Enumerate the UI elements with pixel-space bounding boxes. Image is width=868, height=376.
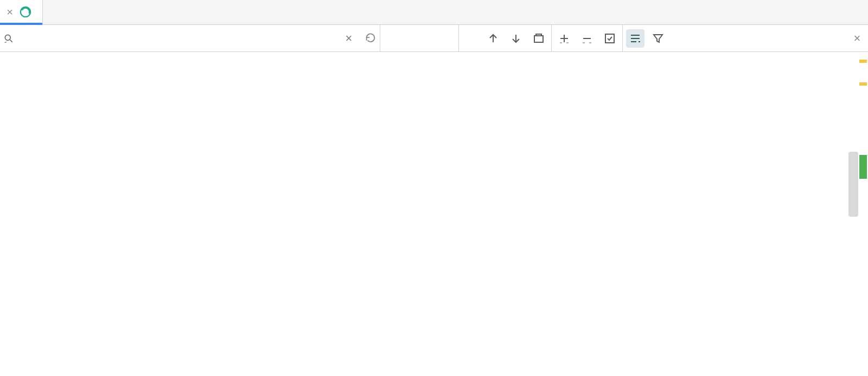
match-options	[380, 25, 458, 51]
selection-margin	[60, 52, 132, 376]
prev-match-icon[interactable]	[484, 29, 502, 48]
java-class-icon	[20, 6, 31, 18]
close-findbar-icon[interactable]: ×	[846, 25, 868, 51]
in-selection-icon[interactable]	[626, 29, 644, 48]
select-all-occurrences-icon[interactable]	[529, 29, 548, 48]
match-case-toggle[interactable]	[384, 28, 407, 49]
whole-word-toggle[interactable]	[407, 28, 431, 49]
filter-icon[interactable]	[649, 29, 667, 48]
extra-buttons	[552, 25, 622, 51]
line-number-gutter	[0, 52, 60, 376]
editor-tab[interactable]: ×	[0, 0, 43, 24]
results-count	[459, 25, 481, 51]
search-history-icon[interactable]	[361, 25, 380, 52]
svg-rect-4	[536, 34, 541, 36]
regex-toggle[interactable]	[431, 28, 455, 49]
vertical-scrollbar[interactable]	[848, 152, 858, 217]
active-tab-indicator	[0, 23, 42, 25]
search-icon[interactable]	[2, 33, 15, 44]
error-stripe[interactable]	[858, 52, 868, 376]
find-bar: × ×	[0, 25, 868, 52]
code-area[interactable]	[132, 52, 868, 376]
filter-buttons	[623, 25, 671, 51]
svg-rect-3	[534, 36, 543, 42]
find-input[interactable]	[18, 25, 336, 51]
editor-tab-bar: ×	[0, 0, 868, 25]
next-match-icon[interactable]	[507, 29, 525, 48]
svg-rect-5	[605, 34, 614, 43]
select-all-icon[interactable]	[601, 29, 619, 48]
close-icon[interactable]: ×	[4, 6, 15, 18]
svg-line-2	[10, 40, 12, 42]
clear-search-icon[interactable]: ×	[340, 25, 358, 52]
code-editor[interactable]	[0, 52, 868, 376]
nav-buttons	[481, 25, 551, 51]
add-selection-icon[interactable]	[555, 29, 573, 48]
svg-point-1	[5, 35, 10, 40]
remove-selection-icon[interactable]	[578, 29, 596, 48]
